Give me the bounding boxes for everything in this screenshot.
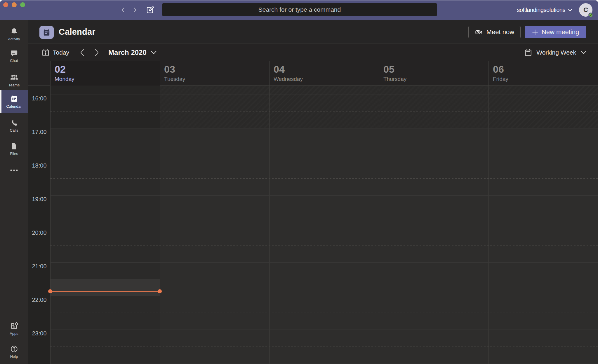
day-number: 06 xyxy=(493,63,598,75)
teams-icon xyxy=(10,74,18,81)
day-number: 02 xyxy=(55,63,160,75)
presence-available-badge xyxy=(588,13,593,18)
now-dot-start xyxy=(48,289,52,293)
day-name: Wednesday xyxy=(274,76,379,82)
plus-icon xyxy=(532,29,538,35)
off-hours-shade xyxy=(160,86,269,128)
sidebar-item-label: Apps xyxy=(10,332,18,335)
time-label: 17:00 xyxy=(28,129,50,135)
day-header-thursday[interactable]: 05 Thursday xyxy=(379,61,489,86)
sidebar-item-activity[interactable]: Activity xyxy=(0,23,28,46)
off-hours-shade xyxy=(270,86,379,128)
history-back-button[interactable] xyxy=(118,5,128,15)
day-column-monday[interactable] xyxy=(50,86,160,364)
calendar-app-tile xyxy=(39,26,54,39)
day-name: Friday xyxy=(493,76,598,82)
sidebar-item-label: Chat xyxy=(10,59,18,62)
zoom-window-button[interactable] xyxy=(20,2,25,7)
avatar[interactable]: C xyxy=(579,3,592,17)
day-name: Monday xyxy=(55,76,160,82)
ellipsis-icon xyxy=(10,169,18,171)
day-header-friday[interactable]: 06 Friday xyxy=(489,61,598,86)
org-switcher[interactable]: softlandingsolutions xyxy=(517,7,565,13)
sidebar-item-chat[interactable]: Chat xyxy=(0,44,28,67)
today-label: Today xyxy=(53,49,69,56)
calendar-icon xyxy=(10,95,18,103)
sidebar-item-label: Activity xyxy=(8,37,20,41)
sidebar-item-teams[interactable]: Teams xyxy=(0,69,28,92)
chevron-down-icon[interactable] xyxy=(568,8,572,12)
check-icon xyxy=(590,14,592,16)
sidebar-item-files[interactable]: Files xyxy=(0,137,28,160)
chevron-left-icon xyxy=(120,7,126,13)
time-label: 21:00 xyxy=(28,263,50,270)
day-name: Thursday xyxy=(383,76,489,82)
compose-icon xyxy=(146,6,154,14)
search-input[interactable]: Search for or type a command xyxy=(162,3,437,16)
day-number: 04 xyxy=(274,63,379,75)
sidebar-item-label: Calls xyxy=(10,128,18,132)
calendar-app: Calendar Meet now New meeting xyxy=(28,20,598,364)
sidebar-item-calendar[interactable]: Calendar xyxy=(0,90,28,113)
today-button[interactable]: Today xyxy=(41,48,69,57)
app-rail: Activity Chat Teams xyxy=(0,20,28,364)
day-number: 05 xyxy=(383,63,489,75)
phone-icon xyxy=(10,119,18,127)
close-window-button[interactable] xyxy=(3,2,8,7)
view-switcher[interactable]: Working Week xyxy=(524,44,586,61)
sidebar-item-label: Files xyxy=(10,152,18,156)
sidebar-item-apps[interactable]: Apps xyxy=(0,320,28,338)
new-meeting-button[interactable]: New meeting xyxy=(525,26,586,38)
meet-now-label: Meet now xyxy=(486,28,514,36)
time-gutter: 16:00 17:00 18:00 19:00 20:00 21:00 22:0… xyxy=(28,86,50,364)
calendar-today-icon xyxy=(41,48,50,57)
search-placeholder: Search for or type a command xyxy=(258,6,341,13)
calendar-toolbar: Today March 2020 xyxy=(28,44,598,61)
day-column-thursday[interactable] xyxy=(379,86,489,364)
new-chat-button[interactable] xyxy=(145,5,155,15)
chat-icon xyxy=(10,49,18,57)
sidebar-item-calls[interactable]: Calls xyxy=(0,114,28,137)
week-grid: 16:00 17:00 18:00 19:00 20:00 21:00 22:0… xyxy=(28,86,598,364)
off-hours-shade xyxy=(379,86,489,128)
time-label: 18:00 xyxy=(28,162,50,169)
sidebar-item-label: Help xyxy=(10,355,18,358)
time-label: 20:00 xyxy=(28,229,50,236)
time-label: 23:00 xyxy=(28,330,50,337)
title-bar: Search for or type a command softlanding… xyxy=(0,0,598,20)
page-header: Calendar Meet now New meeting xyxy=(28,20,598,44)
chevron-down-icon xyxy=(151,50,157,55)
previous-week-button[interactable] xyxy=(76,47,88,58)
day-column-tuesday[interactable] xyxy=(160,86,269,364)
help-icon xyxy=(10,345,18,353)
chevron-left-icon xyxy=(79,49,85,56)
off-hours-shade xyxy=(489,86,598,128)
time-label: 19:00 xyxy=(28,196,50,203)
minimize-window-button[interactable] xyxy=(12,2,17,7)
day-column-friday[interactable] xyxy=(489,86,598,364)
day-number: 03 xyxy=(164,63,269,75)
chevron-down-icon xyxy=(581,51,586,55)
next-week-button[interactable] xyxy=(91,47,102,58)
day-header-monday[interactable]: 02 Monday xyxy=(50,61,160,86)
time-label: 16:00 xyxy=(28,95,50,102)
time-label: 22:00 xyxy=(28,297,50,303)
day-header-tuesday[interactable]: 03 Tuesday xyxy=(160,61,269,86)
calendar-tile-icon xyxy=(43,29,51,36)
file-icon xyxy=(10,142,18,150)
avatar-initial: C xyxy=(583,6,588,14)
sidebar-more-button[interactable] xyxy=(0,166,28,175)
new-meeting-label: New meeting xyxy=(542,28,579,36)
bell-icon xyxy=(10,27,18,35)
sidebar-item-help[interactable]: Help xyxy=(0,343,28,361)
sidebar-item-label: Teams xyxy=(8,83,20,87)
day-header-wednesday[interactable]: 04 Wednesday xyxy=(269,61,379,86)
month-picker[interactable]: March 2020 xyxy=(108,48,157,57)
off-hours-shade xyxy=(51,86,160,128)
history-forward-button[interactable] xyxy=(130,5,140,15)
day-column-wednesday[interactable] xyxy=(269,86,379,364)
meet-now-button[interactable]: Meet now xyxy=(468,26,521,38)
chevron-right-icon xyxy=(94,49,100,56)
chevron-right-icon xyxy=(132,7,138,13)
current-slot-highlight[interactable] xyxy=(51,279,160,296)
